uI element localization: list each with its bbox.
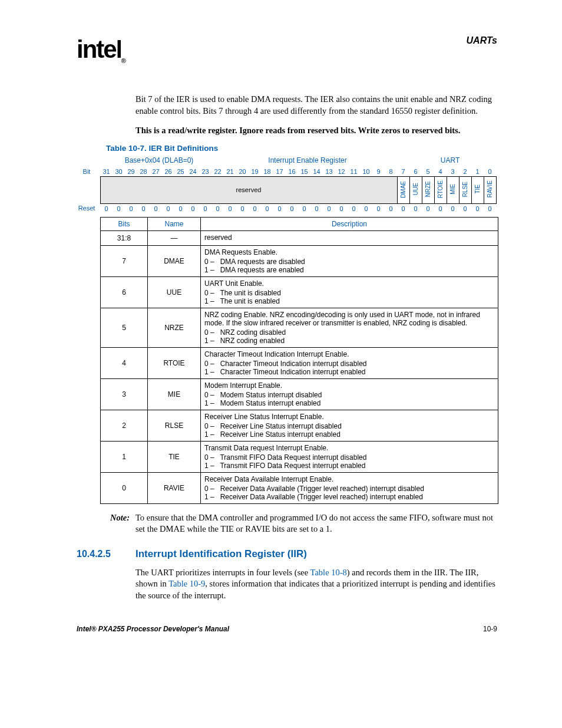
- table-row: 6UUEUART Unit Enable.0 – The unit is dis…: [101, 276, 498, 308]
- cell-name: TIE: [148, 441, 201, 472]
- bit-field: RTOIE: [434, 176, 447, 203]
- bit-number: 22: [211, 167, 224, 177]
- table-row: 7DMAEDMA Requests Enable.0 – DMA request…: [101, 245, 498, 276]
- bit-field: NRZE: [422, 176, 434, 203]
- note-label: Note:: [101, 512, 135, 535]
- bit-field: UUE: [409, 176, 422, 203]
- bit-field: RLSE: [459, 176, 471, 203]
- reset-value: 0: [447, 203, 459, 213]
- col-header-desc: Description: [201, 217, 498, 230]
- bit-layout-table: Bit 313029282726252423222120191817161514…: [77, 167, 497, 213]
- reset-value: 0: [150, 203, 162, 213]
- page-header: intel® UARTs: [77, 35, 497, 64]
- table-row: 0RAVIEReceiver Data Available Interrupt …: [101, 472, 498, 503]
- cell-bits: 5: [101, 308, 148, 347]
- bit-number: 4: [434, 167, 447, 177]
- reset-value: 0: [273, 203, 286, 213]
- bit-number: 0: [484, 167, 496, 177]
- section-heading: 10.4.2.5 Interrupt Identification Regist…: [77, 548, 497, 560]
- cell-bits: 7: [101, 245, 148, 276]
- cell-description: NRZ coding Enable. NRZ encoding/decoding…: [201, 308, 498, 347]
- reset-value: 0: [137, 203, 150, 213]
- reset-value: 0: [484, 203, 496, 213]
- bit-field: RAVIE: [484, 176, 496, 203]
- reset-value: 0: [409, 203, 422, 213]
- note-text: To ensure that the DMA controller and pr…: [135, 512, 497, 535]
- reset-value: 0: [298, 203, 310, 213]
- reset-value: 0: [125, 203, 137, 213]
- reset-row-label: Reset: [77, 203, 100, 213]
- link-table-10-8[interactable]: Table 10-8: [310, 568, 347, 577]
- reset-value: 0: [397, 203, 409, 213]
- bit-number: 27: [150, 167, 162, 177]
- cell-name: NRZE: [148, 308, 201, 347]
- iir-paragraph: The UART prioritizes interrupts in four …: [135, 567, 497, 602]
- bit-number: 16: [286, 167, 298, 177]
- reset-value: 0: [459, 203, 471, 213]
- reset-value: 0: [348, 203, 360, 213]
- bit-number: 1: [471, 167, 484, 177]
- intro-paragraph: Bit 7 of the IER is used to enable DMA r…: [135, 94, 497, 117]
- reset-value: 0: [100, 203, 113, 213]
- register-name: Interrupt Enable Register: [212, 156, 403, 164]
- reset-value: 0: [187, 203, 199, 213]
- cell-bits: 31:8: [101, 230, 148, 245]
- bit-number: 20: [236, 167, 249, 177]
- footer-manual-title: Intel® PXA255 Processor Developer's Manu…: [77, 625, 229, 633]
- table-row: 31:8—reserved: [101, 230, 498, 245]
- reset-value: 0: [310, 203, 323, 213]
- cell-name: RAVIE: [148, 472, 201, 503]
- cell-description: Receiver Line Status Interrupt Enable.0 …: [201, 410, 498, 441]
- cell-description: UART Unit Enable.0 – The unit is disable…: [201, 276, 498, 308]
- link-table-10-9[interactable]: Table 10-9: [168, 579, 205, 588]
- reset-value: 0: [211, 203, 224, 213]
- section-label: UARTs: [467, 35, 497, 46]
- reset-value: 0: [162, 203, 174, 213]
- cell-name: RTOIE: [148, 347, 201, 378]
- cell-bits: 2: [101, 410, 148, 441]
- reset-value: 0: [224, 203, 236, 213]
- bit-number: 7: [397, 167, 409, 177]
- reset-value: 0: [372, 203, 385, 213]
- footer-page-number: 10-9: [483, 625, 497, 633]
- cell-name: MIE: [148, 378, 201, 410]
- reset-value: 0: [113, 203, 125, 213]
- bit-field: TIE: [471, 176, 484, 203]
- reset-value: 0: [360, 203, 372, 213]
- bit-number: 10: [360, 167, 372, 177]
- bit-number: 14: [310, 167, 323, 177]
- reset-value: 0: [249, 203, 261, 213]
- bit-number: 18: [261, 167, 273, 177]
- page-footer: Intel® PXA255 Processor Developer's Manu…: [77, 625, 497, 633]
- cell-name: —: [148, 230, 201, 245]
- bit-number: 26: [162, 167, 174, 177]
- intel-logo: intel®: [77, 35, 125, 64]
- reset-value: 0: [199, 203, 211, 213]
- bit-field: MIE: [447, 176, 459, 203]
- cell-description: Modem Interrupt Enable.0 – Modem Status …: [201, 378, 498, 410]
- bit-number: 17: [273, 167, 286, 177]
- table-row: 3MIEModem Interrupt Enable.0 – Modem Sta…: [101, 378, 498, 410]
- register-address: Base+0x04 (DLAB=0): [106, 156, 212, 164]
- table-row: 5NRZENRZ coding Enable. NRZ encoding/dec…: [101, 308, 498, 347]
- reset-value: 0: [286, 203, 298, 213]
- bit-number: 30: [113, 167, 125, 177]
- reset-value: 0: [261, 203, 273, 213]
- section-title: Interrupt Identification Register (IIR): [135, 548, 307, 560]
- reset-value: 0: [434, 203, 447, 213]
- bit-number: 11: [348, 167, 360, 177]
- table-row: 2RLSEReceiver Line Status Interrupt Enab…: [101, 410, 498, 441]
- reset-value: 0: [323, 203, 335, 213]
- cell-description: reserved: [201, 230, 498, 245]
- cell-bits: 1: [101, 441, 148, 472]
- bit-number: 31: [100, 167, 113, 177]
- table-row: 4RTOIECharacter Timeout Indication Inter…: [101, 347, 498, 378]
- bit-number: 9: [372, 167, 385, 177]
- bit-description-table: Bits Name Description 31:8—reserved7DMAE…: [100, 217, 498, 504]
- cell-description: DMA Requests Enable.0 – DMA requests are…: [201, 245, 498, 276]
- bit-number: 25: [174, 167, 187, 177]
- cell-bits: 3: [101, 378, 148, 410]
- cell-description: Transmit Data request Interrupt Enable.0…: [201, 441, 498, 472]
- cell-name: RLSE: [148, 410, 201, 441]
- cell-description: Receiver Data Available Interrupt Enable…: [201, 472, 498, 503]
